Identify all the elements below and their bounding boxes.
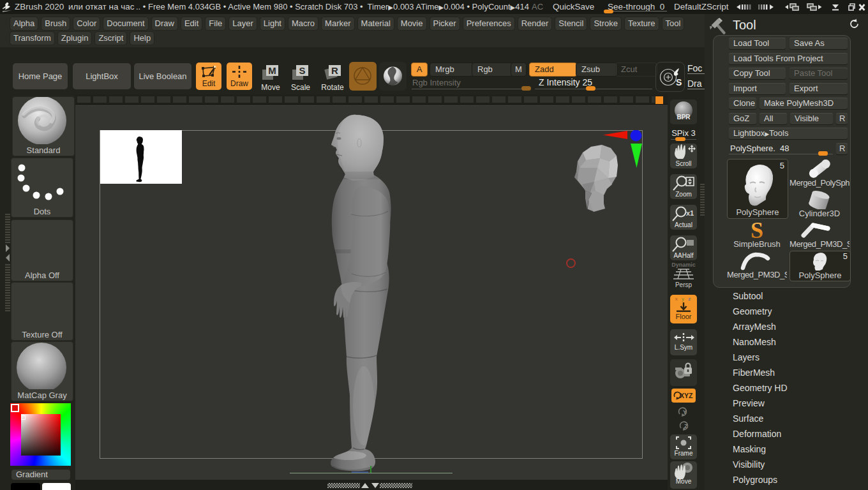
svg-text:R: R <box>331 65 338 76</box>
svg-text:S: S <box>751 220 763 240</box>
svg-text:Z: Z <box>684 423 688 429</box>
svg-text:x1: x1 <box>686 209 694 217</box>
svg-text:S: S <box>676 77 682 87</box>
svg-text:XYZ: XYZ <box>680 392 693 399</box>
svg-text:Y: Y <box>683 409 687 415</box>
svg-text:BPR: BPR <box>677 114 691 121</box>
svg-text:M: M <box>268 65 276 76</box>
svg-text:S: S <box>299 65 305 76</box>
